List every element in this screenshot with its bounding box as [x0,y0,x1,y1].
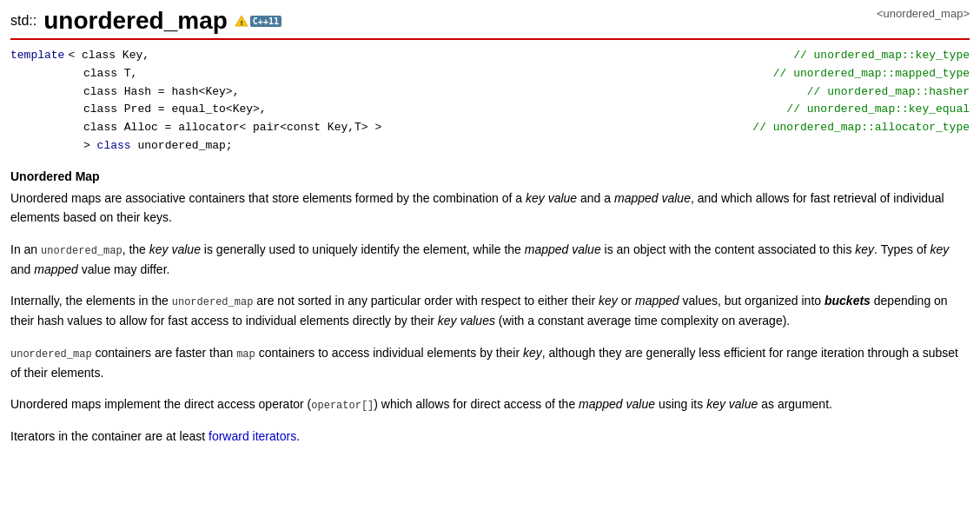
code-text-6: > class unordered_map; [83,137,233,156]
top-link[interactable]: <unordered_map> [877,7,970,20]
comment-5: // unordered_map::allocator_type [752,119,970,137]
code-text-1: < class Key, [68,47,149,65]
comment-3: // unordered_map::hasher [807,83,970,102]
code-line-1: template < class Key, // unordered_map::… [10,47,970,65]
indent-6 [10,137,80,156]
code-text-2: class T, [83,65,137,83]
code-text-4: class Pred = equal_to<Key>, [83,101,267,119]
code-line-4: class Pred = equal_to<Key>, // unordered… [10,101,970,119]
indent-5 [10,119,80,137]
code-block: template < class Key, // unordered_map::… [10,47,970,156]
code-line-5: class Alloc = allocator< pair<const Key,… [10,119,970,137]
paragraph-2: In an unordered_map, the key value is ge… [10,240,970,280]
code-line-2: class T, // unordered_map::mapped_type [10,65,970,83]
section-title: Unordered Map [10,169,970,183]
badge-area: ! C++11 [235,14,281,28]
warning-icon: ! [235,14,248,28]
svg-text:!: ! [241,19,243,27]
page-header: std::unordered_map ! C++11 <unordered_ma… [10,7,970,35]
inline-code-unordered-map-2: unordered_map [41,245,122,257]
comment-1: // unordered_map::key_type [793,47,970,65]
inline-code-unordered-map-3: unordered_map [172,296,254,308]
code-line-3: class Hash = hash<Key>, // unordered_map… [10,83,970,102]
paragraph-1: Unordered maps are associative container… [10,189,970,228]
indent-2 [10,65,80,83]
indent-4 [10,101,80,119]
code-text-3: class Hash = hash<Key>, [83,83,239,102]
indent-3 [10,83,80,102]
paragraph-3: Internally, the elements in the unordere… [10,291,970,331]
keyword-template: template [10,47,64,65]
forward-iterators-link[interactable]: forward iterators [209,429,296,443]
title-prefix: std:: [10,13,36,29]
comment-4: // unordered_map::key_equal [786,101,970,119]
paragraph-6: Iterators in the container are at least … [10,427,970,446]
paragraph-4: unordered_map containers are faster than… [10,343,970,383]
paragraph-5: Unordered maps implement the direct acce… [10,394,970,414]
header-divider [10,38,970,40]
inline-code-operator: operator[] [311,400,374,412]
page-title: unordered_map [43,7,228,35]
cpp-badge: C++11 [250,16,281,27]
title-area: std::unordered_map ! C++11 [10,7,281,35]
inline-code-map-4: map [236,348,255,361]
code-text-5: class Alloc = allocator< pair<const Key,… [83,119,381,137]
code-line-6: > class unordered_map; [10,137,970,156]
comment-2: // unordered_map::mapped_type [773,65,970,83]
inline-code-unordered-map-4: unordered_map [10,348,92,361]
